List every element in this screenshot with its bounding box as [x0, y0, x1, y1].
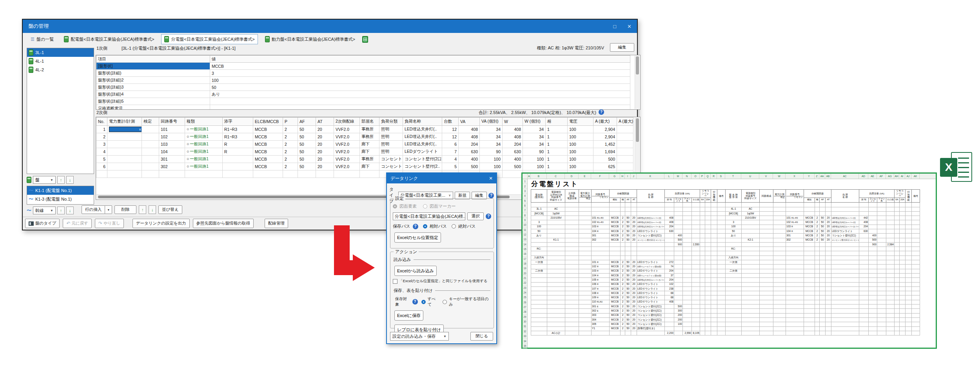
relative-path-radio[interactable] — [423, 224, 427, 228]
sheet-column-letter: F — [591, 174, 609, 179]
table-row[interactable]: [盤形状]MCCB — [96, 63, 630, 70]
cell — [107, 156, 142, 163]
save-all-radio[interactable] — [421, 300, 426, 304]
sheet-column-letter: S — [717, 174, 725, 179]
table-row[interactable]: 定格遮断電流 — [96, 105, 630, 110]
feeder-combo[interactable]: 幹線 ▼ — [33, 207, 56, 214]
export-datalink-button[interactable]: データリンクの設定を出力 — [132, 219, 190, 228]
load-from-excel-button[interactable]: Excelから読み込み — [394, 266, 437, 276]
tab-panel-format[interactable]: 動力盤<日本電設工業協会(JECA)標準書式> — [262, 34, 358, 44]
list-item[interactable]: 〜K1-3 (配電盤 No.1) — [27, 195, 94, 203]
dialog-close-button[interactable]: ✕ — [489, 176, 493, 181]
cell — [815, 211, 820, 216]
sort-button[interactable]: 並び替え — [158, 205, 182, 214]
cell: 2 — [621, 265, 625, 269]
sheet-row: 3102R1~R3MCCB25020LED埋込天井灯(ルーバー付)408 — [531, 220, 726, 225]
table-row[interactable]: 2102○一般回路1R1~R3MCCB25020VVF2.0事務所照明LED埋込… — [96, 133, 633, 141]
help-icon[interactable]: ? — [412, 299, 418, 305]
scrollbar-thumb[interactable] — [636, 118, 639, 142]
row-up-button[interactable]: ↑ — [139, 205, 146, 214]
table-row[interactable]: 盤形状(詳細)5 — [96, 98, 630, 105]
table-row[interactable]: 5301○一般回路1MCCB25020VVF2.0事務所コンセントコンセント壁付… — [96, 156, 633, 163]
window-titlebar[interactable]: 盤の管理 □ ✕ — [23, 20, 637, 33]
breadcrumb: [3L-1 (分電盤<日本電設工業協会(JECA)標準書式>)] - [K1-1… — [122, 45, 236, 51]
help-icon[interactable]: ? — [599, 109, 604, 115]
sheet-header-cell: リモコンリレー — [700, 190, 711, 198]
save-to-excel-button[interactable]: Excelに保存 — [394, 310, 423, 321]
cell — [815, 286, 820, 291]
excel-cell-position-button[interactable]: Excelのセル位置指定 — [394, 232, 441, 243]
excel-grid-icon[interactable] — [362, 36, 368, 43]
move-up-button[interactable]: ↑ — [57, 207, 65, 214]
cell — [726, 282, 742, 286]
sheet-column-letter: W — [773, 174, 786, 179]
table-row[interactable]: 盤形状(詳細)2100 — [96, 77, 630, 84]
move-down-button[interactable]: ↓ — [66, 176, 74, 184]
cell — [895, 269, 900, 273]
table-row[interactable]: 4104○一般回路1RMCCB25020VVF2.0廊下照明LEDダウンライト7… — [96, 148, 633, 156]
close-button[interactable]: ✕ — [627, 24, 632, 29]
absolute-path-radio[interactable] — [452, 224, 456, 228]
cell — [786, 260, 804, 265]
cell — [906, 282, 912, 286]
cell — [742, 234, 760, 238]
table-row[interactable]: 1∨101○一般回路1R1~R3MCCB25020VVF2.0事務所照明LED埋… — [96, 126, 633, 133]
cell: MCCB — [804, 225, 815, 229]
undo-button[interactable]: ↶元に戻す — [63, 219, 92, 228]
tab-panel-list[interactable]: ☰盤の一覧 — [27, 34, 57, 44]
table-row[interactable]: 盤形状(詳細)4あり — [96, 91, 630, 98]
edit-button[interactable]: 編集 — [610, 43, 634, 52]
help-icon[interactable]: ? — [413, 224, 418, 229]
board-combo[interactable]: 盤 ▼ — [33, 176, 56, 184]
cell — [726, 317, 742, 322]
move-down-button[interactable]: ↓ — [66, 207, 74, 214]
cell: LED埋込天井灯(ルーバーカバー付) — [831, 225, 859, 229]
insert-row-button[interactable]: 行の挿入 — [82, 205, 105, 214]
cell: 20 — [631, 234, 637, 238]
table-row[interactable]: 6302○一般回路1MCCB25020VVF2.0廊下コンセントコンセント壁付(… — [96, 163, 633, 170]
settings-load-save-menu[interactable]: 設定の読み込み・保存 ▼ — [390, 332, 449, 341]
delete-row-button[interactable]: 削除 — [114, 205, 136, 214]
list-item[interactable]: 4L-2 — [27, 65, 94, 74]
vertical-scrollbar[interactable] — [635, 56, 640, 109]
cell: 2 — [621, 295, 625, 300]
list-item[interactable]: 4L-1 — [27, 57, 94, 65]
table-row[interactable]: 盤形状(詳細)3 — [96, 70, 630, 77]
list-item[interactable]: 3L-1 — [27, 48, 94, 57]
cell: 2 — [815, 238, 820, 242]
wiring-management-button[interactable]: 配線管理 — [265, 219, 288, 228]
same-file-checkbox[interactable] — [393, 279, 397, 284]
drawing-marker-radio[interactable] — [423, 204, 427, 208]
help-icon[interactable]: ? — [486, 214, 491, 219]
sheet-row-number: 8 — [523, 213, 527, 218]
cell — [815, 247, 820, 251]
help-icon[interactable]: ? — [488, 193, 494, 198]
acquire-info-button[interactable]: 参照先図面から盤情報の取得 — [193, 219, 254, 228]
close-dialog-button[interactable]: 閉じる — [470, 332, 493, 341]
cell — [717, 229, 726, 234]
cell: MCCB — [610, 309, 621, 313]
insert-row-dropdown[interactable]: ▼ — [105, 205, 112, 214]
panel-type-button[interactable]: 盤のタイプ — [25, 219, 60, 228]
list-item[interactable]: 〜K1-1 (配電盤 No.1) — [27, 186, 94, 195]
scrollbar-thumb[interactable] — [636, 56, 639, 74]
table-row[interactable]: 3103○一般回路1RMCCB25020VVF2.0廊下照明LED埋込天井灯(.… — [96, 141, 633, 148]
select-button[interactable]: 選択 — [467, 212, 484, 220]
tab-panel-format[interactable]: 分電盤<日本電設工業協会(JECA)標準書式> — [161, 34, 258, 44]
table-row[interactable]: 盤形状(詳細)350 — [96, 84, 630, 91]
cell — [804, 322, 815, 326]
maximize-button[interactable]: □ — [613, 24, 616, 29]
dialog-titlebar[interactable]: データリンク ✕ — [387, 173, 496, 183]
excel-sheet[interactable]: ABCDEFGHIJKLMNOPQRSTUVWXYZAAABACADAEAFAG… — [521, 172, 937, 349]
tab-panel-format[interactable]: 配電盤<日本電設工業協会(JECA)標準書式> — [61, 34, 157, 44]
drawing-element-radio[interactable] — [393, 204, 397, 208]
sheet-row-number: 3 — [523, 189, 527, 194]
link-path-field[interactable]: 分電盤<日本電設工業協会(JECA)標.. — [393, 212, 465, 220]
cell — [665, 313, 674, 317]
save-key-match-radio[interactable] — [443, 300, 447, 304]
redo-button[interactable]: ↷やり直し — [95, 219, 124, 228]
meter-dropdown[interactable]: ∨ — [109, 127, 142, 132]
row-down-button[interactable]: ↓ — [149, 205, 156, 214]
cell — [912, 282, 920, 286]
move-up-button[interactable]: ↑ — [57, 176, 65, 184]
